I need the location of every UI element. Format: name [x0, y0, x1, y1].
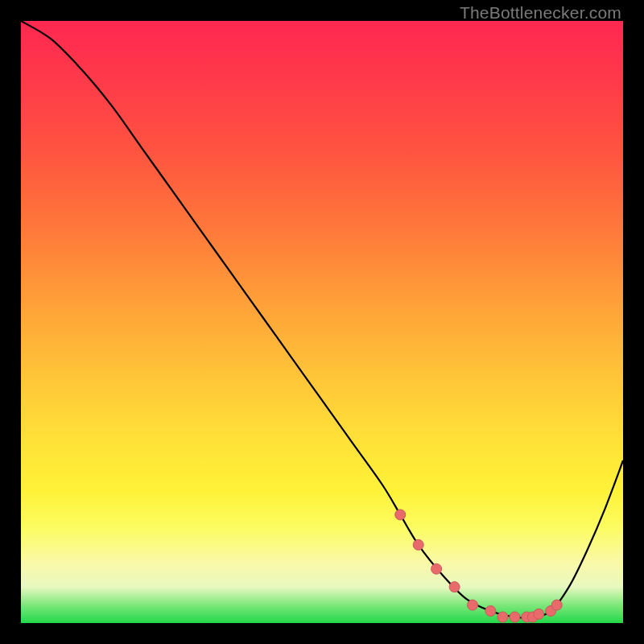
marker-dot	[497, 612, 508, 622]
plot-area	[21, 21, 623, 623]
marker-dot	[510, 612, 520, 622]
watermark-text: TheBottlenecker.com	[460, 3, 621, 23]
marker-dot	[468, 600, 478, 610]
marker-dot	[449, 582, 460, 592]
marker-dot	[431, 564, 442, 574]
chart-svg	[21, 21, 623, 623]
chart-frame: TheBottlenecker.com	[0, 0, 644, 644]
bottleneck-curve-line	[21, 21, 623, 617]
marker-dot	[551, 600, 562, 610]
marker-dot	[534, 609, 544, 619]
marker-dot	[395, 510, 406, 520]
marker-dot	[485, 606, 496, 617]
marker-dot	[413, 539, 423, 550]
